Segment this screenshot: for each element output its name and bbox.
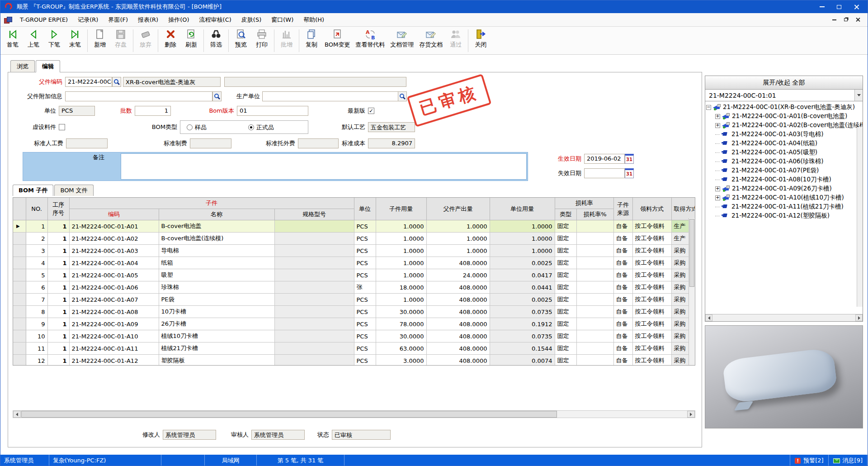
cell-source[interactable]: 自备 (613, 342, 632, 355)
cell-unit[interactable]: PCS (354, 306, 376, 318)
cell-loss-type[interactable]: 固定 (555, 233, 576, 245)
tab-edit[interactable]: 编辑 (36, 60, 60, 72)
row-selector-cell[interactable] (13, 220, 26, 233)
cell-seq[interactable]: 1 (47, 330, 69, 342)
cell-name[interactable]: B-cover电池盖(连续模) (159, 233, 274, 245)
cell-source[interactable]: 自备 (613, 330, 632, 342)
tab-browse[interactable]: 浏览 (10, 60, 35, 72)
cell-loss-rate[interactable] (576, 318, 613, 330)
cell-loss-type[interactable]: 固定 (555, 355, 576, 366)
chevron-down-icon[interactable] (854, 90, 863, 101)
cell-unit[interactable]: PCS (354, 245, 376, 257)
tab-bom-files[interactable]: BOM 文件 (54, 185, 93, 196)
cell-unit[interactable]: PCS (354, 342, 376, 355)
cell-picking[interactable]: 按工令领料 (632, 318, 671, 330)
cell-no[interactable]: 2 (26, 233, 47, 245)
cell-no[interactable]: 3 (26, 245, 47, 257)
cell-no[interactable]: 10 (26, 330, 47, 342)
cell-no[interactable]: 8 (26, 306, 47, 318)
tree-node[interactable]: 21-M2224-00C-01-A12(塑胶隔板) (715, 211, 862, 220)
cell-loss-rate[interactable] (576, 245, 613, 257)
row-selector-cell[interactable] (13, 281, 26, 294)
tree-horizontal-scrollbar[interactable] (705, 314, 863, 321)
cell-parent-out[interactable]: 408.0000 (426, 294, 490, 306)
cell-unit[interactable]: 张 (354, 281, 376, 294)
table-row[interactable]: 3 1 21-M2224-00C-01-A03 导电棉 PCS 1.0000 1… (13, 245, 695, 257)
header-loss-rate[interactable]: 损耗率% (576, 209, 613, 220)
tree-node[interactable]: 21-M2224-00C-01-A05(吸塑) (715, 148, 862, 157)
cell-picking[interactable]: 按工令领料 (632, 330, 671, 342)
menu-item[interactable]: 窗口(W) (266, 14, 298, 26)
cell-picking[interactable]: 按工令领料 (632, 245, 671, 257)
cell-spec[interactable] (274, 318, 354, 330)
cell-loss-type[interactable]: 固定 (555, 245, 576, 257)
cell-loss-type[interactable]: 固定 (555, 294, 576, 306)
cell-name[interactable]: 导电棉 (159, 245, 274, 257)
cell-parent-out[interactable]: 24.0000 (426, 269, 490, 281)
cell-code[interactable]: 21-M2224-00C-01-A08 (69, 306, 159, 318)
tree-expander-icon[interactable] (715, 216, 720, 216)
cell-code[interactable]: 21-M2224-00C-01-A09 (69, 318, 159, 330)
cell-loss-rate[interactable] (576, 233, 613, 245)
prod-unit-lookup-button[interactable] (398, 91, 407, 101)
cell-name[interactable]: 纸箱 (159, 257, 274, 269)
tree-vertical-scrollbar[interactable] (857, 127, 863, 307)
cell-seq[interactable]: 1 (47, 269, 69, 281)
table-row[interactable]: 4 1 21-M2224-00C-01-A04 纸箱 PCS 1.0000 40… (13, 257, 695, 269)
tree-expander-icon[interactable] (715, 180, 720, 180)
cell-seq[interactable]: 1 (47, 220, 69, 233)
tree-node[interactable]: 21-M2224-00C-01-A08(10刀卡槽) (715, 175, 862, 184)
cell-qty[interactable]: 1.0000 (376, 245, 426, 257)
row-selector-cell[interactable] (13, 269, 26, 281)
cell-unit-qty[interactable]: 0.0735 (490, 306, 555, 318)
cell-spec[interactable] (274, 257, 354, 269)
cell-qty[interactable]: 78.0000 (376, 318, 426, 330)
warning-indicator[interactable]: ! 预警[2] (790, 455, 828, 466)
header-spec[interactable]: 规格型号 (274, 209, 354, 220)
cell-unit-qty[interactable]: 1.0000 (490, 220, 555, 233)
cell-unit-qty[interactable]: 0.0441 (490, 281, 555, 294)
cell-unit-qty[interactable]: 0.0025 (490, 294, 555, 306)
expand-collapse-all-button[interactable]: 展开/收起 全部 (705, 76, 863, 90)
cell-no[interactable]: 4 (26, 257, 47, 269)
remark-textarea[interactable] (121, 153, 527, 180)
grid-horizontal-scrollbar[interactable] (13, 410, 695, 418)
table-row[interactable]: 12 1 21-M2224-00C-01-A12 塑胶隔板 PCS 3.0000… (13, 355, 695, 366)
tree-node[interactable]: 21-M2224-00C-01(XR-B-cover电池盖-奥迪灰) (706, 103, 862, 112)
cell-unit[interactable]: PCS (354, 257, 376, 269)
cell-name[interactable]: 吸塑 (159, 269, 274, 281)
prev-record-button[interactable]: 上笔 (23, 28, 44, 49)
tree-node[interactable]: 21-M2224-00C-01-A11(植绒21刀卡槽) (715, 202, 862, 211)
cell-name[interactable]: PE袋 (159, 294, 274, 306)
table-row[interactable]: 9 1 21-M2224-00C-01-A09 26刀卡槽 PCS 78.000… (13, 318, 695, 330)
maximize-button[interactable] (831, 2, 847, 11)
cell-source[interactable]: 自备 (613, 281, 632, 294)
tree-node[interactable]: 21-M2224-00C-01-A04(纸箱) (715, 139, 862, 148)
cell-parent-out[interactable]: 1.0000 (426, 220, 490, 233)
header-code[interactable]: 编码 (69, 209, 159, 220)
row-selector-cell[interactable] (13, 318, 26, 330)
cell-unit[interactable]: PCS (354, 355, 376, 366)
cell-loss-rate[interactable] (576, 306, 613, 318)
tree-node[interactable]: 21-M2224-00C-01-A02(B-cover电池盖(连续模)) (715, 121, 862, 130)
parent-code-input[interactable]: 21-M2224-00C-01 (65, 77, 112, 87)
header-loss-type[interactable]: 类型 (555, 209, 576, 220)
cell-qty[interactable]: 1.0000 (376, 257, 426, 269)
header-unit[interactable]: 单位 (354, 198, 376, 220)
cell-source[interactable]: 自备 (613, 233, 632, 245)
cell-unit[interactable]: PCS (354, 269, 376, 281)
mdi-close-button[interactable] (854, 17, 861, 23)
cell-code[interactable]: 21-M2224-00C-01-A04 (69, 257, 159, 269)
cell-spec[interactable] (274, 269, 354, 281)
bom-change-button[interactable]: BOM变更 (322, 28, 353, 49)
cell-unit[interactable]: PCS (354, 294, 376, 306)
cell-name[interactable]: 植绒10刀卡槽 (159, 330, 274, 342)
cell-name[interactable]: 珍珠棉 (159, 281, 274, 294)
parent-code-lookup-button[interactable] (112, 77, 121, 87)
menu-item[interactable]: 皮肤(S) (236, 14, 266, 26)
cell-source[interactable]: 自备 (613, 294, 632, 306)
cell-unit-qty[interactable]: 0.0417 (490, 269, 555, 281)
prod-unit-input[interactable] (262, 91, 407, 101)
cell-loss-rate[interactable] (576, 355, 613, 366)
table-row[interactable]: 11 1 21-M2224-00C-01-A11 植绒21刀卡槽 PCS 63.… (13, 342, 695, 355)
